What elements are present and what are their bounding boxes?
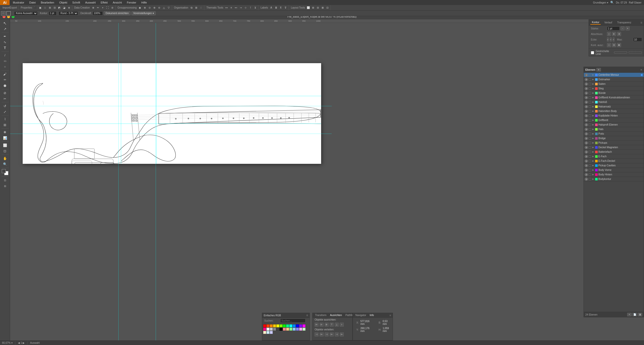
layer-visibility-btn[interactable]: ●	[585, 128, 588, 131]
layer-expand-btn[interactable]: ▶	[592, 164, 594, 167]
stroke-swatch[interactable]	[6, 11, 11, 16]
layer-lock-btn[interactable]	[589, 169, 591, 171]
tool-artboard[interactable]: ⬜	[1, 142, 9, 148]
color-swatch[interactable]	[296, 324, 299, 327]
tool-pen[interactable]: ✒	[1, 33, 9, 39]
tb-btn-5[interactable]: ⊟	[52, 6, 57, 10]
menu-schrift[interactable]: Schrift	[72, 1, 81, 5]
layer-visibility-btn[interactable]: ●	[585, 141, 588, 144]
layer-expand-btn[interactable]: ▶	[592, 101, 594, 103]
abschluss-btn-1[interactable]: |	[607, 32, 611, 36]
layer-visibility-btn[interactable]: ●	[585, 87, 588, 90]
distrib-h-btn[interactable]: ⊣	[315, 332, 319, 336]
color-search-input[interactable]	[280, 319, 306, 323]
distrib-v2-btn[interactable]: ⊢	[330, 332, 334, 336]
layer-item[interactable]: ● ▶ Saiten	[584, 82, 644, 86]
layer-expand-btn[interactable]: ▶	[592, 173, 594, 176]
align-left-btn[interactable]: ⊨	[315, 323, 319, 327]
tb-btn-3[interactable]: □	[43, 6, 47, 10]
deckkraft-input[interactable]	[93, 11, 103, 15]
layer-lock-btn[interactable]	[589, 128, 591, 131]
layer-lock-btn[interactable]	[589, 96, 591, 99]
layer-visibility-btn[interactable]: ●	[585, 164, 588, 167]
color-swatch[interactable]	[299, 324, 302, 327]
color-swatch[interactable]	[270, 328, 273, 331]
layer-visibility-btn[interactable]: ●	[585, 73, 588, 76]
layer-visibility-btn[interactable]: ●	[585, 101, 588, 104]
layer-lock-btn[interactable]	[589, 137, 591, 140]
distrib-v-btn[interactable]: ⊢	[320, 332, 324, 336]
tool-scale[interactable]: ⤢	[1, 109, 9, 114]
distrib-v3-btn[interactable]: ⊢	[340, 332, 344, 336]
layer-visibility-btn[interactable]: ●	[585, 92, 588, 95]
layer-expand-btn[interactable]: ▶	[592, 146, 594, 149]
tool-paintbrush[interactable]: 🖌	[1, 71, 9, 77]
color-swatch[interactable]	[270, 331, 273, 334]
layer-item[interactable]: ● ▶ Griffbrett	[584, 118, 644, 123]
color-swatch[interactable]	[276, 324, 279, 327]
voreinstellungen-btn[interactable]: Voreinstellungen ▾	[131, 11, 156, 15]
tb-lt-3[interactable]: ⊟	[316, 6, 320, 10]
layer-lock-btn[interactable]	[589, 133, 591, 135]
color-swatch[interactable]	[263, 324, 266, 327]
tb-tt-4[interactable]: ⊸	[239, 6, 243, 10]
tb-btn-2[interactable]: ▣	[38, 6, 43, 10]
abschluss-btn-2[interactable]: ⊏	[612, 32, 616, 36]
layer-item[interactable]: ● ▶ Body Vorne	[584, 168, 644, 172]
layer-lock-btn[interactable]	[589, 87, 591, 90]
layer-lock-btn[interactable]	[589, 74, 591, 76]
tb-gp-7[interactable]: ▽	[166, 6, 171, 10]
layer-expand-btn[interactable]: ▶	[592, 119, 594, 122]
canvas-area[interactable]	[10, 23, 332, 340]
layer-lock-btn[interactable]	[589, 92, 591, 94]
color-swatch[interactable]	[299, 328, 302, 331]
menu-ansicht[interactable]: Ansicht	[112, 1, 123, 5]
transform-tab[interactable]: Transform	[314, 314, 327, 317]
layer-lock-btn[interactable]	[589, 151, 591, 153]
tool-selector[interactable]: ↖	[1, 20, 9, 26]
tb-tt-1[interactable]: ⊶	[224, 6, 229, 10]
color-swatch[interactable]	[276, 328, 279, 331]
color-swatch[interactable]	[286, 328, 289, 331]
ecke-btn-3[interactable]: ⌐	[613, 37, 615, 42]
tb-l-1[interactable]: A	[269, 6, 274, 10]
color-swatch[interactable]	[273, 328, 276, 331]
staerke-down-btn[interactable]: -	[621, 26, 625, 30]
tool-direct-select[interactable]: ↗	[1, 26, 9, 32]
layer-item[interactable]: ● ▶ Halsmitten Body	[584, 109, 644, 113]
color-swatch[interactable]	[263, 328, 266, 331]
tb-l-3[interactable]: ⊼	[279, 6, 283, 10]
kontur-input[interactable]	[49, 11, 56, 15]
tb-gp-6[interactable]: △	[162, 6, 166, 10]
tool-column-graph[interactable]: 📊	[1, 135, 9, 141]
layer-visibility-btn[interactable]: ●	[585, 132, 588, 135]
layer-expand-btn[interactable]: ▶	[592, 78, 594, 81]
tb-lt-4[interactable]: ⊠	[320, 6, 325, 10]
tb-l-2[interactable]: ≣	[274, 6, 278, 10]
align-right-btn[interactable]: ⊪	[325, 323, 329, 327]
layer-expand-btn[interactable]: ▶	[592, 83, 594, 85]
layer-expand-btn[interactable]: ▶	[592, 160, 594, 162]
color-swatch[interactable]	[273, 324, 276, 327]
distrib-h3-btn[interactable]: ⊣	[335, 332, 339, 336]
tb-gp-4[interactable]: ⊛	[152, 6, 157, 10]
tb-tt-6[interactable]: ⊺	[248, 6, 253, 10]
layer-expand-btn[interactable]: ▶	[592, 124, 594, 126]
color-swatch[interactable]	[293, 324, 296, 327]
layer-visibility-btn[interactable]: ●	[585, 137, 588, 140]
layer-expand-btn[interactable]: ▶	[592, 151, 594, 153]
color-swatch[interactable]	[302, 324, 306, 327]
info-tab[interactable]: Info	[369, 314, 375, 317]
tb-gp-1[interactable]: ◉	[138, 6, 142, 10]
prev-artboard-btn[interactable]: ◀	[18, 341, 20, 344]
layer-visibility-btn[interactable]: ●	[585, 123, 588, 126]
layer-item[interactable]: ● ▶ Steg	[584, 86, 644, 91]
max-input[interactable]	[633, 37, 642, 42]
drawing-mode-btn[interactable]: ⊡	[1, 177, 9, 183]
tb-l-4[interactable]: ⊽	[283, 6, 288, 10]
tb-gp-5[interactable]: ⊝	[157, 6, 161, 10]
menu-objekt[interactable]: Objekt	[58, 1, 68, 5]
layer-expand-btn[interactable]: ▶	[592, 92, 594, 94]
layer-visibility-btn[interactable]: ●	[585, 155, 588, 158]
ecke-btn-1[interactable]: ⌐	[607, 37, 609, 42]
